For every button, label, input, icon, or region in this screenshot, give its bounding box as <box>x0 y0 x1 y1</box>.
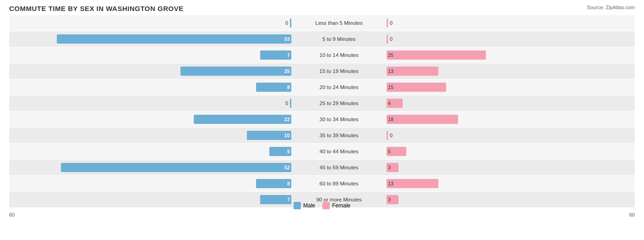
female-value: 0 <box>390 36 393 42</box>
row-label: 35 to 39 Minutes <box>293 133 385 138</box>
male-bar <box>290 99 291 108</box>
row-label: 30 to 34 Minutes <box>293 117 385 122</box>
chart-container: COMMUTE TIME BY SEX IN WASHINGTON GROVE … <box>0 0 644 240</box>
male-bar: 10 <box>247 131 291 140</box>
left-section: 53 <box>9 31 293 47</box>
left-section: 7 <box>9 192 293 207</box>
female-bar: 4 <box>387 99 403 108</box>
table-row: 8 60 to 89 Minutes 13 <box>9 176 635 191</box>
male-label: Male <box>303 202 315 209</box>
left-section: 8 <box>9 176 293 191</box>
table-row: 0 25 to 29 Minutes 4 <box>9 95 635 111</box>
female-bar: 3 <box>387 195 398 204</box>
right-section: 5 <box>385 144 635 159</box>
row-label: 40 to 44 Minutes <box>293 149 385 154</box>
row-label: Less than 5 Minutes <box>293 20 385 26</box>
table-row: 0 Less than 5 Minutes 0 <box>9 15 635 31</box>
source-text: Source: ZipAtlas.com <box>587 5 635 10</box>
male-value: 53 <box>284 36 290 42</box>
row-label: 15 to 19 Minutes <box>293 68 385 74</box>
right-section: 18 <box>385 112 635 127</box>
left-section: 25 <box>9 63 293 79</box>
table-row: 7 10 to 14 Minutes 25 <box>9 47 635 63</box>
male-bar: 5 <box>269 147 291 156</box>
male-value: 25 <box>284 68 290 74</box>
female-value: 0 <box>390 133 393 138</box>
table-row: 52 45 to 59 Minutes 3 <box>9 160 635 175</box>
male-value: 7 <box>287 52 290 58</box>
male-bar <box>290 18 291 28</box>
right-section: 4 <box>385 95 635 111</box>
left-section: 7 <box>9 47 293 63</box>
male-value: 5 <box>287 149 290 154</box>
female-bar: 5 <box>387 147 406 156</box>
female-value: 5 <box>388 149 391 154</box>
male-bar: 8 <box>256 179 291 188</box>
left-section: 10 <box>9 128 293 143</box>
left-section: 8 <box>9 79 293 95</box>
female-value: 15 <box>388 84 393 90</box>
female-value: 13 <box>388 68 393 74</box>
right-section: 3 <box>385 160 635 175</box>
male-value: 0 <box>285 100 288 106</box>
female-value: 13 <box>388 181 393 186</box>
right-section: 13 <box>385 63 635 79</box>
female-bar <box>387 34 388 44</box>
left-section: 5 <box>9 144 293 159</box>
left-section: 22 <box>9 112 293 127</box>
male-bar: 8 <box>256 83 291 92</box>
male-bar: 7 <box>260 195 291 204</box>
left-section: 52 <box>9 160 293 175</box>
female-value: 18 <box>388 117 393 122</box>
male-value: 22 <box>284 117 290 122</box>
female-value: 25 <box>388 52 393 58</box>
female-value: 3 <box>388 197 391 202</box>
female-label: Female <box>332 202 350 209</box>
female-value: 4 <box>388 100 391 106</box>
row-label: 60 to 89 Minutes <box>293 181 385 186</box>
female-value: 3 <box>388 165 391 170</box>
legend-female: Female <box>322 202 350 209</box>
table-row: 53 5 to 9 Minutes 0 <box>9 31 635 47</box>
right-section: 15 <box>385 79 635 95</box>
male-bar: 52 <box>61 163 291 172</box>
table-row: 5 40 to 44 Minutes 5 <box>9 144 635 159</box>
male-bar: 53 <box>57 34 291 44</box>
female-bar: 13 <box>387 179 438 188</box>
table-row: 22 30 to 34 Minutes 18 <box>9 112 635 127</box>
male-value: 7 <box>287 197 290 202</box>
female-bar: 25 <box>387 50 486 60</box>
right-section: 3 <box>385 192 635 207</box>
table-row: 8 20 to 24 Minutes 15 <box>9 79 635 95</box>
legend: Male Female <box>294 202 350 209</box>
male-bar: 25 <box>180 67 291 76</box>
male-swatch <box>294 202 301 209</box>
axis-label-left: 60 <box>9 212 15 218</box>
male-value: 0 <box>285 20 288 26</box>
male-value: 10 <box>284 133 290 138</box>
row-label: 25 to 29 Minutes <box>293 100 385 106</box>
female-bar: 3 <box>387 163 398 172</box>
table-row: 10 35 to 39 Minutes 0 <box>9 128 635 143</box>
male-value: 8 <box>287 84 290 90</box>
row-label: 45 to 59 Minutes <box>293 165 385 170</box>
left-section: 0 <box>9 95 293 111</box>
male-value: 8 <box>287 181 290 186</box>
female-bar: 15 <box>387 83 446 92</box>
right-section: 0 <box>385 15 635 31</box>
male-value: 52 <box>284 165 290 170</box>
female-bar <box>387 18 388 28</box>
table-row: 25 15 to 19 Minutes 13 <box>9 63 635 79</box>
female-swatch <box>322 202 330 209</box>
female-bar <box>387 131 388 140</box>
right-section: 0 <box>385 31 635 47</box>
left-section: 0 <box>9 15 293 31</box>
male-bar: 22 <box>194 115 291 124</box>
row-label: 90 or more Minutes <box>293 197 385 202</box>
chart-area: 0 Less than 5 Minutes 0 53 5 to 9 Minute… <box>9 15 635 209</box>
row-label: 10 to 14 Minutes <box>293 52 385 58</box>
right-section: 0 <box>385 128 635 143</box>
male-bar: 7 <box>260 50 291 60</box>
right-section: 25 <box>385 47 635 63</box>
female-bar: 18 <box>387 115 458 124</box>
